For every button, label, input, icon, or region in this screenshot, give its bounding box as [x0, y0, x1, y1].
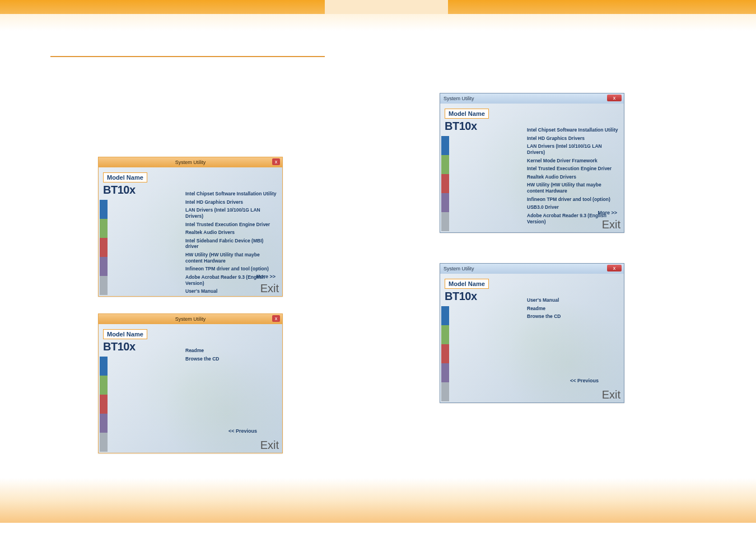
model-name-label: Model Name	[103, 172, 147, 182]
list-item[interactable]: Intel HD Graphics Drivers	[527, 135, 619, 142]
close-icon[interactable]: x	[272, 315, 280, 322]
model-name-label: Model Name	[103, 329, 147, 339]
panel-title-text: System Utility	[444, 266, 474, 271]
panel-title-text: System Utility	[444, 96, 474, 101]
model-value: BT10x	[103, 340, 170, 353]
list-item[interactable]: Browse the CD	[527, 313, 619, 320]
list-item[interactable]: Realtek Audio Drivers	[185, 229, 278, 236]
list-item[interactable]: Readme	[527, 306, 619, 312]
driver-list: Intel Chipset Software Installation Util…	[185, 191, 278, 297]
driver-list: User's Manual Readme Browse the CD	[527, 297, 619, 322]
color-stripes	[100, 200, 108, 295]
close-icon[interactable]: x	[607, 265, 622, 271]
page-bottom-gradient	[0, 478, 756, 534]
panel-titlebar: System Utility x	[99, 314, 282, 324]
list-item[interactable]: LAN Drivers (Intel 10/100/1G LAN Drivers…	[185, 207, 278, 219]
top-gradient	[0, 14, 756, 31]
exit-button[interactable]: Exit	[602, 388, 620, 401]
section-underline	[50, 56, 325, 57]
panel-titlebar: System Utility x	[440, 264, 624, 274]
previous-button[interactable]: << Previous	[228, 428, 257, 434]
previous-button[interactable]: << Previous	[570, 378, 599, 383]
list-item[interactable]: Intel Trusted Execution Engine Driver	[185, 222, 278, 228]
exit-button[interactable]: Exit	[602, 218, 620, 231]
list-item[interactable]: Realtek Audio Drivers	[527, 174, 619, 180]
win8-screenshot-1: System Utility x Model Name BT10x Intel …	[98, 157, 283, 297]
panel-titlebar: System Utility x	[99, 157, 282, 167]
close-icon[interactable]: x	[607, 95, 622, 101]
model-value: BT10x	[445, 290, 512, 303]
panel-title-text: System Utility	[175, 316, 206, 322]
exit-button[interactable]: Exit	[260, 439, 279, 452]
list-item[interactable]: HW Utility (HW Utility that maybe conten…	[185, 252, 278, 264]
list-item[interactable]: HW Utility (HW Utility that maybe conten…	[527, 182, 619, 194]
list-item[interactable]: Infineon TPM driver and tool (option)	[185, 266, 278, 272]
win8-screenshot-2: System Utility x Model Name BT10x Readme…	[98, 313, 283, 453]
list-item[interactable]: Readme	[185, 348, 278, 354]
color-stripes	[441, 306, 449, 401]
color-stripes	[441, 136, 449, 231]
model-name-label: Model Name	[445, 109, 489, 119]
list-item[interactable]: User's Manual	[527, 297, 619, 303]
panel-titlebar: System Utility x	[440, 93, 624, 104]
list-item[interactable]: Kernel Mode Driver Framework	[527, 158, 619, 164]
win7-screenshot-2: System Utility x Model Name BT10x User's…	[440, 263, 624, 403]
panel-title-text: System Utility	[175, 160, 206, 165]
model-name-label: Model Name	[445, 279, 489, 289]
more-button[interactable]: More >>	[256, 274, 276, 279]
close-icon[interactable]: x	[272, 158, 280, 165]
list-item[interactable]: Intel HD Graphics Drivers	[185, 199, 278, 205]
color-stripes	[100, 357, 108, 452]
list-item[interactable]: Infineon TPM driver and tool (option)	[527, 196, 619, 203]
more-button[interactable]: More >>	[598, 210, 617, 216]
list-item[interactable]: LAN Drivers (Intel 10/100/1G LAN Drivers…	[527, 143, 619, 155]
win7-screenshot-1: System Utility x Model Name BT10x Intel …	[440, 93, 624, 233]
model-value: BT10x	[103, 184, 170, 196]
driver-list: Readme Browse the CD	[185, 348, 278, 364]
list-item[interactable]: Intel Chipset Software Installation Util…	[185, 191, 278, 197]
list-item[interactable]: Intel Trusted Execution Engine Driver	[527, 166, 619, 172]
list-item[interactable]: Browse the CD	[185, 356, 278, 362]
exit-button[interactable]: Exit	[260, 282, 279, 295]
model-value: BT10x	[445, 120, 512, 133]
list-item[interactable]: Intel Sideband Fabric Device (MBI) drive…	[185, 238, 278, 250]
list-item[interactable]: Intel Chipset Software Installation Util…	[527, 127, 619, 133]
